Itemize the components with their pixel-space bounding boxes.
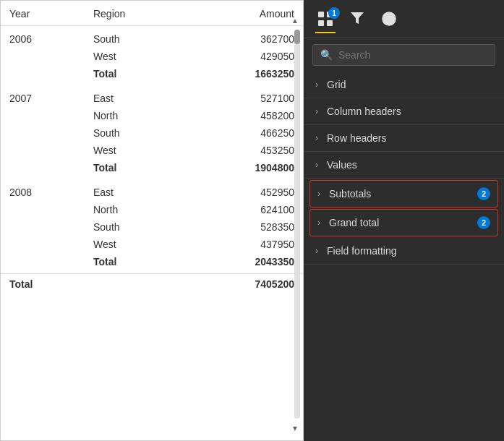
col-header-region: Region (85, 1, 187, 26)
menu-item-label: Column headers (327, 106, 401, 117)
table-row: North624100 (1, 201, 303, 218)
scroll-thumb (294, 30, 300, 44)
menu-item-row-headers[interactable]: ›Row headers (304, 125, 504, 152)
menu-item-label: Grand total (329, 217, 379, 228)
cell-amount: 362700 (187, 26, 303, 48)
cell-amount: 528350 (187, 218, 303, 236)
scroll-indicator[interactable] (294, 30, 300, 419)
settings-panel: 1 🔍 ›Grid›Column headers›Row headers›Val… (304, 0, 504, 441)
chevron-icon: › (317, 218, 320, 228)
menu-item-label: Subtotals (329, 188, 371, 200)
cell-region (85, 274, 187, 294)
table-row: West429050 (1, 48, 303, 65)
cell-region: North (85, 107, 187, 124)
table-row: 2007East527100 (1, 85, 303, 107)
cell-year: 2006 (1, 26, 85, 48)
cell-year (1, 218, 85, 236)
cell-year: 2007 (1, 85, 85, 107)
table-row: Total2043350 (1, 253, 303, 274)
table-row: North458200 (1, 107, 303, 124)
badge-1: 1 (328, 7, 340, 19)
menu-item-label: Values (327, 159, 357, 171)
menu-item-field-formatting[interactable]: ›Field formatting (304, 238, 504, 265)
chevron-icon: › (315, 106, 318, 116)
cell-amount: 1663250 (187, 65, 303, 85)
cell-amount: 453250 (187, 142, 303, 159)
cell-region: West (85, 142, 187, 159)
badge-2: 2 (477, 216, 490, 229)
col-header-year: Year (1, 1, 85, 26)
chevron-icon: › (317, 189, 320, 199)
table-row: South466250 (1, 124, 303, 142)
menu-item-label: Field formatting (327, 245, 396, 257)
menu-list: ›Grid›Column headers›Row headers›Values›… (304, 72, 504, 441)
cell-year (1, 142, 85, 159)
menu-item-label: Grid (327, 79, 346, 90)
col-header-amount: Amount (187, 1, 303, 26)
table-row: West453250 (1, 142, 303, 159)
chevron-icon: › (315, 133, 318, 143)
cell-region: South (85, 218, 187, 236)
cell-year (1, 107, 85, 124)
table-row: West437950 (1, 236, 303, 253)
cell-amount: 7405200 (187, 274, 303, 294)
search-icon: 🔍 (320, 49, 333, 61)
toolbar-analytics-btn[interactable] (376, 6, 402, 32)
menu-item-column-headers[interactable]: ›Column headers (304, 98, 504, 125)
scroll-arrow-down[interactable]: ▼ (290, 423, 300, 433)
cell-year (1, 253, 85, 274)
cell-year (1, 201, 85, 218)
data-table: Year Region Amount 2006South362700West42… (1, 1, 303, 293)
cell-region: South (85, 124, 187, 142)
svg-rect-2 (318, 20, 324, 26)
cell-year: Total (1, 274, 85, 294)
search-box[interactable]: 🔍 (312, 44, 495, 66)
table-row: Total7405200 (1, 274, 303, 294)
cell-amount: 527100 (187, 85, 303, 107)
cell-region: West (85, 236, 187, 253)
cell-year (1, 159, 85, 179)
cell-amount: 624100 (187, 201, 303, 218)
cell-amount: 466250 (187, 124, 303, 142)
menu-item-subtotals[interactable]: ›Subtotals2 (309, 180, 498, 207)
cell-region: Total (85, 65, 187, 85)
toolbar-filter-btn[interactable] (344, 6, 370, 32)
cell-amount: 437950 (187, 236, 303, 253)
badge-2: 2 (477, 187, 490, 200)
cell-year (1, 48, 85, 65)
cell-amount: 452950 (187, 179, 303, 201)
cell-amount: 458200 (187, 107, 303, 124)
chevron-icon: › (315, 160, 318, 170)
svg-rect-3 (327, 20, 333, 26)
cell-amount: 1904800 (187, 159, 303, 179)
cell-region: West (85, 48, 187, 65)
menu-item-grid[interactable]: ›Grid (304, 72, 504, 98)
table-row: 2006South362700 (1, 26, 303, 48)
search-input[interactable] (338, 49, 487, 61)
cell-amount: 429050 (187, 48, 303, 65)
cell-region: North (85, 201, 187, 218)
table-panel: Year Region Amount 2006South362700West42… (0, 0, 304, 441)
table-row: 2008East452950 (1, 179, 303, 201)
cell-region: Total (85, 253, 187, 274)
cell-year: 2008 (1, 179, 85, 201)
table-row: South528350 (1, 218, 303, 236)
cell-year (1, 236, 85, 253)
toolbar: 1 (304, 0, 504, 38)
cell-year (1, 65, 85, 85)
table-row: Total1663250 (1, 65, 303, 85)
table-row: Total1904800 (1, 159, 303, 179)
cell-amount: 2043350 (187, 253, 303, 274)
cell-region: Total (85, 159, 187, 179)
cell-region: South (85, 26, 187, 48)
menu-item-label: Row headers (327, 132, 387, 144)
svg-rect-0 (318, 12, 324, 17)
cell-region: East (85, 179, 187, 201)
menu-item-values[interactable]: ›Values (304, 152, 504, 179)
menu-item-grand-total[interactable]: ›Grand total2 (309, 209, 498, 236)
toolbar-format-btn[interactable]: 1 (312, 6, 338, 32)
chevron-icon: › (315, 246, 318, 256)
scroll-arrow-up[interactable]: ▲ (290, 15, 300, 25)
cell-year (1, 124, 85, 142)
cell-region: East (85, 85, 187, 107)
